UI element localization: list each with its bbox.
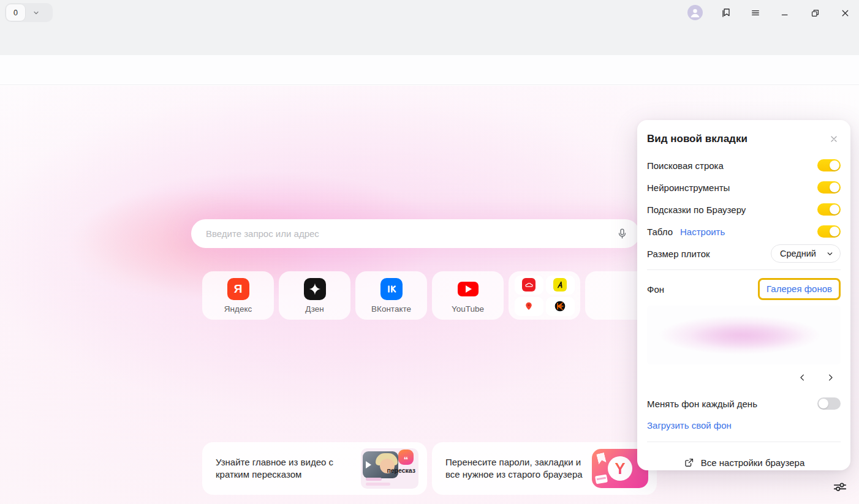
video-thumbnail (363, 451, 398, 478)
setting-row-daily-background: Менять фон каждый день (647, 393, 841, 415)
mini-tile-kinopoisk[interactable] (546, 297, 575, 316)
new-tab-settings-panel: Вид новой вкладки Поисковая строка Нейро… (637, 120, 850, 470)
collections-icon[interactable] (718, 5, 734, 21)
autoru-car-icon (522, 278, 535, 291)
daily-background-toggle[interactable] (817, 397, 841, 410)
external-link-icon (683, 457, 695, 468)
setting-label: Менять фон каждый день (647, 399, 757, 409)
tile-label: Дзен (305, 304, 324, 314)
avito-icon (553, 278, 567, 291)
tile-dzen[interactable]: Дзен (279, 271, 350, 320)
card-shape-icon (595, 474, 608, 484)
setting-label: Поисковая строка (647, 160, 724, 171)
tab-list-chevron-down-icon[interactable] (32, 9, 40, 17)
tile-youtube[interactable]: YouTube (432, 271, 504, 320)
chevron-down-icon (826, 250, 834, 258)
summary-badge-label: пересказ (387, 467, 415, 474)
neuro-tools-toggle[interactable] (817, 181, 841, 194)
all-settings-label: Все настройки браузера (701, 457, 805, 468)
mini-tile-maps[interactable] (515, 297, 543, 316)
divider (647, 442, 841, 442)
tile-size-value: Средний (780, 249, 816, 258)
map-pin-icon (522, 299, 535, 313)
background-carousel-nav (647, 369, 841, 385)
tile-yandex[interactable]: Я Яндекс (202, 271, 274, 320)
close-button[interactable] (837, 5, 853, 21)
background-preview[interactable] (647, 306, 841, 364)
youtube-icon (457, 278, 479, 300)
setting-label: Табло (647, 227, 673, 237)
search-input[interactable] (206, 228, 616, 239)
tile-label: ВКонтакте (371, 304, 411, 314)
tile-group-grid (515, 276, 575, 316)
panel-title: Вид новой вкладки (647, 133, 747, 145)
setting-row-tablo: Табло Настроить (647, 220, 841, 243)
tab-strip[interactable]: 0 (5, 3, 53, 22)
minimize-button[interactable] (777, 5, 793, 21)
search-box[interactable] (191, 219, 640, 248)
promo-text: Узнайте главное из видео с кратким перес… (216, 456, 358, 481)
tile-group[interactable] (509, 271, 580, 320)
tile-vkontakte[interactable]: ВКонтакте (355, 271, 427, 320)
panel-close-icon[interactable] (827, 132, 841, 146)
page-settings-sliders-icon[interactable] (831, 478, 849, 496)
tab-count-label: 0 (13, 9, 18, 17)
all-browser-settings-button[interactable]: Все настройки браузера (647, 447, 841, 478)
vk-icon (380, 278, 403, 300)
mini-tile-avito[interactable] (546, 276, 575, 295)
tile-label: YouTube (452, 304, 484, 314)
tablo-configure-link[interactable]: Настроить (680, 227, 725, 237)
browser-tips-toggle[interactable] (817, 203, 841, 216)
bookmarks-bar: Чат с Алисой AI Редактор Переводчик (0, 55, 859, 85)
restore-button[interactable] (807, 5, 823, 21)
setting-label: Размер плиток (647, 249, 710, 259)
promo-card-import[interactable]: Перенесите пароли, закладки и все нужное… (432, 442, 657, 495)
divider (647, 269, 841, 270)
dzen-star-icon (304, 278, 326, 300)
mini-tile-autoru[interactable] (515, 276, 543, 295)
prev-background-icon[interactable] (795, 370, 809, 384)
yandex-browser-logo: Y (615, 459, 625, 478)
background-gallery-link[interactable]: Галерея фонов (766, 284, 832, 294)
search-bar-toggle[interactable] (817, 159, 841, 171)
setting-row-background: Фон Галерея фонов (647, 275, 841, 303)
microphone-icon[interactable] (616, 227, 629, 240)
setting-label: Нейроинструменты (647, 182, 730, 193)
menu-icon[interactable] (747, 5, 763, 21)
setting-row-tile-size: Размер плиток Средний (647, 243, 841, 265)
gallery-highlight-box: Галерея фонов (758, 278, 841, 300)
browser-window: 0 Я (0, 0, 859, 504)
quote-badge-icon: “ (398, 449, 414, 465)
toolbar: Я (0, 26, 859, 55)
titlebar: 0 (0, 0, 859, 26)
setting-row-browser-tips: Подсказки по Браузеру (647, 198, 841, 220)
tile-label: Яндекс (224, 304, 252, 314)
next-background-icon[interactable] (823, 370, 837, 384)
setting-row-neuro-tools: Нейроинструменты (647, 176, 841, 198)
yandex-tile-icon: Я (227, 278, 249, 300)
setting-label: Подсказки по Браузеру (647, 205, 746, 215)
tab-counter[interactable]: 0 (6, 4, 25, 21)
tablo-toggle[interactable] (817, 225, 841, 238)
bookmark-shape-icon (596, 453, 607, 465)
tile-size-select[interactable]: Средний (771, 244, 841, 263)
promo-card-video-summary[interactable]: Узнайте главное из видео с кратким перес… (202, 442, 427, 495)
profile-avatar[interactable] (687, 5, 703, 20)
upload-background-link[interactable]: Загрузить свой фон (647, 420, 732, 431)
video-summary-illustration: “ пересказ (361, 448, 418, 489)
kinopoisk-icon (553, 299, 567, 313)
setting-row-search-bar: Поисковая строка (647, 154, 841, 176)
play-icon (366, 461, 371, 468)
setting-label: Фон (647, 284, 664, 295)
promo-text: Перенесите пароли, закладки и все нужное… (445, 456, 588, 481)
